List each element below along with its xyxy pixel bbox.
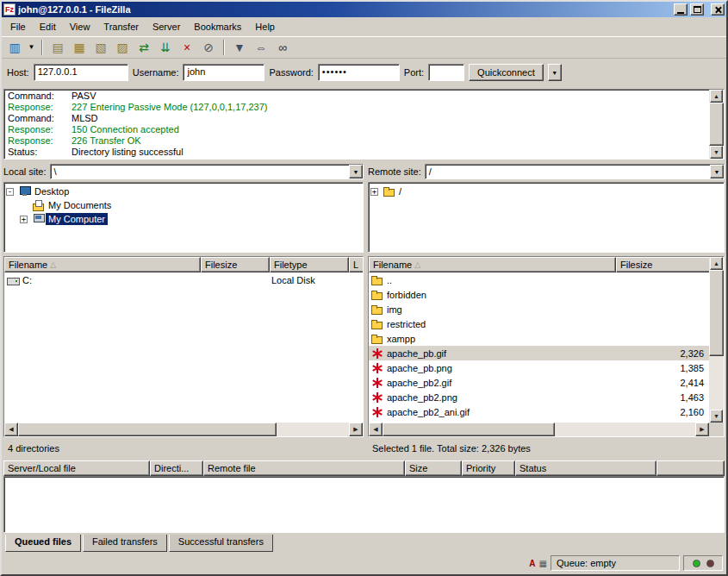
scroll-right-button[interactable]: ▶ — [349, 423, 363, 436]
disconnect-button[interactable]: ⊘ — [198, 38, 219, 57]
scroll-up-icon: ▲ — [713, 93, 719, 99]
local-tree-item-my-computer[interactable]: +My Computer — [6, 212, 361, 226]
remote-list-body: ..forbiddenimgrestrictedxamppapache_pb.g… — [369, 272, 709, 423]
scroll-down-button[interactable]: ▼ — [710, 410, 723, 423]
queue-column-header-directi[interactable]: Directi... — [150, 460, 203, 476]
local-file-row-c[interactable]: C:Local Disk — [4, 272, 363, 287]
menu-item-bookmarks[interactable]: Bookmarks — [187, 19, 248, 34]
local-column-header-filetype[interactable]: Filetype — [270, 257, 349, 272]
scroll-thumb[interactable] — [709, 103, 724, 146]
scroll-up-button[interactable]: ▲ — [710, 90, 723, 103]
remote-file-row-apache-pb2-ani-gif[interactable]: apache_pb2_ani.gif2,160 — [369, 404, 709, 419]
tab-queued-files[interactable]: Queued files — [5, 535, 81, 552]
scroll-track[interactable] — [709, 270, 724, 410]
remote-file-row-restricted[interactable]: restricted — [369, 316, 709, 331]
title-bar[interactable]: Fz john@127.0.0.1 - FileZilla — [2, 2, 726, 17]
scroll-down-button[interactable]: ▼ — [710, 146, 723, 159]
local-hscrollbar[interactable]: ◀ ▶ — [4, 423, 363, 436]
folder-icon — [383, 185, 396, 197]
expand-toggle[interactable]: + — [20, 216, 28, 223]
remote-file-row-apache-pb-gif[interactable]: apache_pb.gif2,326 — [369, 346, 709, 360]
minimize-button[interactable] — [674, 3, 688, 16]
message-log: Command:PASVResponse:227 Entering Passiv… — [3, 89, 725, 160]
filter-button[interactable]: ▼ — [229, 38, 250, 57]
scroll-thumb[interactable] — [383, 423, 555, 436]
remote-file-row-xampp[interactable]: xampp — [369, 331, 709, 346]
refresh-button[interactable]: ⇄ — [134, 38, 154, 57]
quickconnect-dropdown-button[interactable]: ▼ — [548, 64, 562, 81]
close-button[interactable] — [711, 3, 725, 16]
remote-file-row-forbidden[interactable]: forbidden — [369, 287, 709, 302]
quickconnect-bar: Host: 127.0.0.1 Username: john Password:… — [2, 59, 726, 86]
menu-item-file[interactable]: File — [3, 19, 33, 34]
log-label: Command: — [8, 91, 72, 102]
local-column-header-filesize[interactable]: Filesize — [201, 257, 270, 272]
find-button[interactable]: ∞ — [272, 38, 293, 57]
scroll-track[interactable] — [18, 423, 349, 436]
message-log-button[interactable]: ▤ — [47, 38, 68, 57]
log-label: Status: — [8, 147, 72, 158]
combo-dropdown-button[interactable]: ▼ — [710, 165, 724, 178]
cancel-button[interactable]: × — [177, 38, 197, 57]
compare-button[interactable]: ⇔ — [251, 38, 271, 57]
queue-column-header-server-local-file[interactable]: Server/Local file — [3, 460, 150, 476]
local-tree-button[interactable]: ▦ — [69, 38, 90, 57]
column-label: Remote file — [208, 463, 256, 473]
username-input[interactable]: john — [183, 64, 264, 81]
app-icon[interactable]: Fz — [3, 3, 16, 16]
queue-column-header-status[interactable]: Status — [515, 460, 656, 476]
host-input[interactable]: 127.0.0.1 — [34, 64, 128, 81]
scroll-left-button[interactable]: ◀ — [4, 423, 18, 436]
process-queue-button[interactable]: ⇊ — [155, 38, 176, 57]
filename-text: apache_pb2.png — [387, 392, 457, 403]
local-column-header-l[interactable]: L — [349, 257, 363, 272]
site-manager-dropdown-button[interactable]: ▼ — [26, 38, 37, 57]
combo-dropdown-button[interactable]: ▼ — [349, 165, 363, 178]
local-column-header-filename[interactable]: Filename△ — [4, 257, 201, 272]
remote-file-row-apache-pb2-png[interactable]: apache_pb2.png1,463 — [369, 390, 709, 404]
queue-view-button[interactable]: ▨ — [112, 38, 133, 57]
queue-column-header-size[interactable]: Size — [405, 460, 462, 476]
quickconnect-button[interactable]: Quickconnect — [469, 64, 544, 81]
queue-column-header-priority[interactable]: Priority — [462, 460, 515, 476]
scroll-up-button[interactable]: ▲ — [710, 257, 723, 270]
local-tree-item-my-documents[interactable]: My Documents — [6, 198, 361, 212]
password-input[interactable]: •••••• — [318, 64, 400, 81]
scroll-left-button[interactable]: ◀ — [369, 423, 383, 436]
remote-column-header-filename[interactable]: Filename△ — [369, 257, 616, 272]
log-scrollbar[interactable]: ▲ ▼ — [709, 90, 724, 159]
broken-image-icon — [370, 391, 384, 404]
expand-toggle[interactable]: + — [370, 188, 378, 196]
remote-column-header-filesize[interactable]: Filesize — [616, 257, 709, 272]
scroll-track[interactable] — [383, 423, 695, 436]
tab-successful-transfers[interactable]: Successful transfers — [169, 535, 273, 552]
remote-vscrollbar[interactable]: ▲ ▼ — [709, 257, 724, 436]
remote-tree-item-item[interactable]: +/ — [370, 185, 722, 198]
remote-site-combobox[interactable]: / ▼ — [425, 164, 725, 179]
scroll-thumb[interactable] — [709, 270, 724, 356]
menu-item-transfer[interactable]: Transfer — [96, 19, 146, 34]
maximize-button[interactable] — [690, 3, 704, 16]
local-site-combobox[interactable]: \ ▼ — [50, 164, 364, 179]
scroll-track[interactable] — [709, 103, 724, 146]
log-label: Response: — [8, 102, 72, 113]
remote-hscrollbar[interactable]: ◀ ▶ — [369, 423, 709, 436]
remote-file-row-apache-pb-png[interactable]: apache_pb.png1,385 — [369, 360, 709, 375]
menu-item-server[interactable]: Server — [146, 19, 187, 34]
remote-file-row-img[interactable]: img — [369, 302, 709, 316]
menu-item-edit[interactable]: Edit — [33, 19, 63, 34]
local-tree-item-desktop[interactable]: -Desktop — [6, 185, 361, 198]
menu-item-help[interactable]: Help — [248, 19, 282, 34]
broken-image-icon — [370, 362, 384, 374]
port-input[interactable] — [428, 64, 464, 81]
remote-file-row-item[interactable]: .. — [369, 272, 709, 287]
remote-tree-button[interactable]: ▧ — [90, 38, 111, 57]
site-manager-button[interactable]: ▥ — [4, 38, 25, 57]
scroll-right-button[interactable]: ▶ — [695, 423, 709, 436]
scroll-thumb[interactable] — [18, 423, 277, 436]
queue-column-header-remote-file[interactable]: Remote file — [203, 460, 405, 476]
remote-file-row-apache-pb2-gif[interactable]: apache_pb2.gif2,414 — [369, 375, 709, 390]
tab-failed-transfers[interactable]: Failed transfers — [83, 535, 167, 552]
menu-item-view[interactable]: View — [63, 19, 97, 34]
expand-toggle[interactable]: - — [6, 188, 14, 196]
